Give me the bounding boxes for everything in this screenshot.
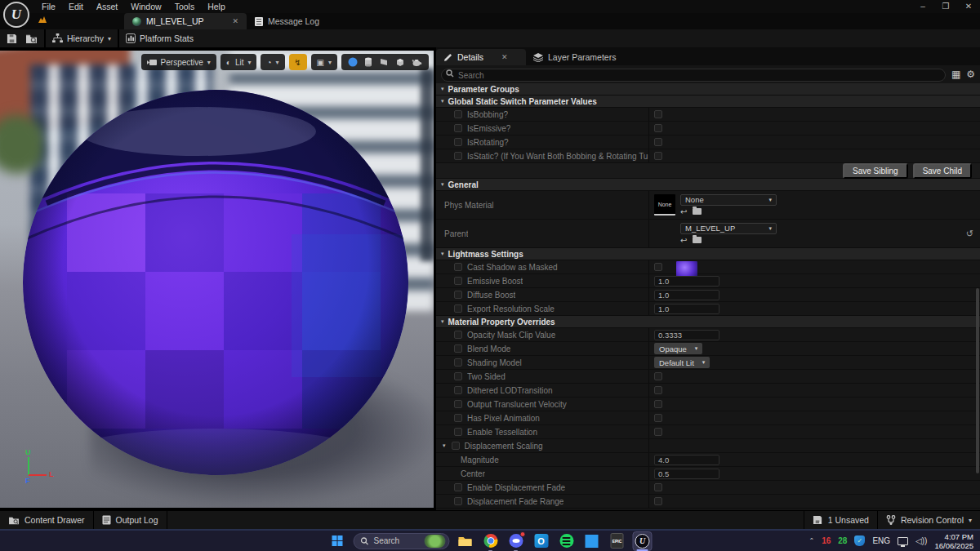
collapse-arrow-icon[interactable]: ▾ (441, 86, 444, 92)
menu-window[interactable]: Window (125, 1, 167, 12)
override-checkbox[interactable] (454, 414, 462, 422)
value-checkbox[interactable] (654, 138, 662, 146)
language-indicator[interactable]: ENG (872, 536, 890, 545)
tab-close-icon[interactable]: ✕ (220, 17, 238, 25)
expand-arrow-icon[interactable]: ▾ (443, 442, 446, 449)
unreal-engine-button[interactable]: U (633, 531, 653, 551)
collapse-arrow-icon[interactable]: ▾ (441, 181, 444, 188)
override-checkbox[interactable] (452, 442, 460, 450)
spotify-button[interactable] (557, 531, 577, 551)
minimize-button[interactable]: – (911, 0, 934, 13)
override-checkbox[interactable] (454, 344, 462, 353)
category-row[interactable]: ▾General (436, 179, 980, 191)
lit-mode-dropdown[interactable]: ◐ Lit ▾ (220, 54, 257, 70)
collapse-arrow-icon[interactable]: ▾ (441, 318, 444, 325)
override-checkbox[interactable] (454, 277, 462, 285)
vscode-button[interactable] (582, 531, 602, 551)
asset-thumbnail[interactable]: None (654, 194, 675, 216)
chrome-button[interactable] (481, 531, 501, 551)
search-input[interactable] (441, 69, 946, 82)
browse-to-asset-icon[interactable] (693, 208, 702, 215)
collapse-arrow-icon[interactable]: ▾ (441, 251, 444, 257)
override-checkbox[interactable] (454, 372, 462, 380)
tray-expand-chevron[interactable]: ⌃ (808, 537, 814, 544)
viewport-scene[interactable]: Perspective ▾ ◐ Lit ▾ ◔ ▾ ↯ (0, 51, 434, 508)
number-input[interactable]: 1.0 (654, 304, 719, 314)
realtime-toggle-button[interactable]: ↯ (289, 54, 307, 70)
override-checkbox[interactable] (454, 400, 462, 408)
content-drawer-button[interactable]: Content Drawer (0, 511, 94, 529)
category-row[interactable]: ▾Material Property Overrides (436, 316, 980, 328)
override-checkbox[interactable] (454, 497, 462, 505)
volume-icon[interactable]: ◁)) (915, 536, 927, 545)
value-checkbox[interactable] (654, 263, 662, 271)
number-input[interactable]: 1.0 (654, 290, 719, 300)
epic-games-button[interactable]: EPIC (608, 531, 627, 551)
view-options-dropdown[interactable]: ◔ ▾ (261, 54, 284, 70)
asset-dropdown[interactable]: None▾ (680, 194, 777, 206)
restore-button[interactable]: ❐ (934, 0, 957, 13)
tab-details[interactable]: Details ✕ (436, 49, 526, 65)
value-checkbox[interactable] (654, 110, 662, 118)
plane-mesh-button[interactable] (379, 57, 389, 67)
start-button[interactable] (328, 531, 348, 551)
override-checkbox[interactable] (454, 483, 462, 491)
save-sibling-button[interactable]: Save Sibling (843, 163, 908, 179)
asset-dropdown[interactable]: M_LEVEL_UP▾ (680, 223, 777, 234)
tab-mi-level-up[interactable]: MI_LEVEL_UP ✕ (124, 13, 247, 29)
value-dropdown[interactable]: Opaque▾ (654, 343, 702, 354)
hw-indicator-red[interactable]: 16 (822, 536, 831, 545)
close-button[interactable]: ✕ (957, 0, 980, 13)
display-grid-icon[interactable]: ▦ (951, 69, 960, 79)
file-explorer-button[interactable] (456, 531, 475, 551)
browse-to-asset-button[interactable] (25, 33, 38, 44)
category-row[interactable]: ▾Parameter Groups (436, 83, 980, 96)
revision-control-button[interactable]: Revision Control ▾ (877, 511, 980, 529)
cylinder-mesh-button[interactable] (364, 57, 372, 67)
number-input[interactable]: 0.5 (654, 469, 719, 479)
output-log-button[interactable]: Output Log (94, 511, 167, 529)
reset-to-default-icon[interactable]: ↺ (966, 229, 973, 239)
override-checkbox[interactable] (454, 110, 462, 118)
menu-asset[interactable]: Asset (91, 1, 123, 12)
browse-to-asset-icon[interactable] (693, 237, 702, 243)
value-checkbox[interactable] (654, 428, 662, 436)
cube-mesh-button[interactable] (395, 57, 405, 67)
clock[interactable]: 4:07 PM 16/06/2025 (934, 532, 973, 550)
override-checkbox[interactable] (454, 138, 462, 146)
settings-gear-icon[interactable]: ⚙ (966, 69, 975, 79)
hw-indicator-green[interactable]: 28 (838, 536, 847, 545)
tab-message-log[interactable]: Message Log (247, 13, 327, 29)
platform-stats-button[interactable]: Platform Stats (126, 33, 194, 43)
override-checkbox[interactable] (454, 331, 462, 339)
override-checkbox[interactable] (454, 304, 462, 313)
security-shield-icon[interactable]: ✓ (854, 535, 865, 546)
override-checkbox[interactable] (454, 152, 462, 160)
override-checkbox[interactable] (454, 263, 462, 271)
taskbar-search[interactable]: Search (354, 533, 450, 549)
value-checkbox[interactable] (654, 414, 662, 422)
value-checkbox[interactable] (654, 124, 662, 132)
number-input[interactable]: 0.3333 (654, 330, 719, 340)
category-row[interactable]: ▾Lightmass Settings (436, 248, 980, 260)
value-checkbox[interactable] (654, 372, 662, 380)
value-checkbox[interactable] (654, 400, 662, 408)
override-checkbox[interactable] (454, 358, 462, 367)
value-checkbox[interactable] (654, 483, 662, 491)
discord-button[interactable] (506, 531, 526, 551)
menu-file[interactable]: File (36, 1, 61, 12)
display-cast-icon[interactable] (898, 537, 908, 545)
menu-help[interactable]: Help (202, 1, 231, 12)
value-checkbox[interactable] (654, 386, 662, 394)
details-scrollbar[interactable] (976, 288, 979, 473)
preview-sphere-mesh[interactable] (22, 89, 409, 476)
menu-edit[interactable]: Edit (63, 1, 89, 12)
hierarchy-button[interactable]: Hierarchy ▾ (52, 33, 111, 43)
category-row[interactable]: ▾Global Static Switch Parameter Values (436, 96, 980, 108)
save-child-button[interactable]: Save Child (913, 163, 972, 179)
menu-tools[interactable]: Tools (169, 1, 201, 12)
override-checkbox[interactable] (454, 291, 462, 299)
number-input[interactable]: 1.0 (654, 276, 719, 287)
collapse-arrow-icon[interactable]: ▾ (441, 98, 444, 104)
number-input[interactable]: 4.0 (654, 455, 719, 465)
